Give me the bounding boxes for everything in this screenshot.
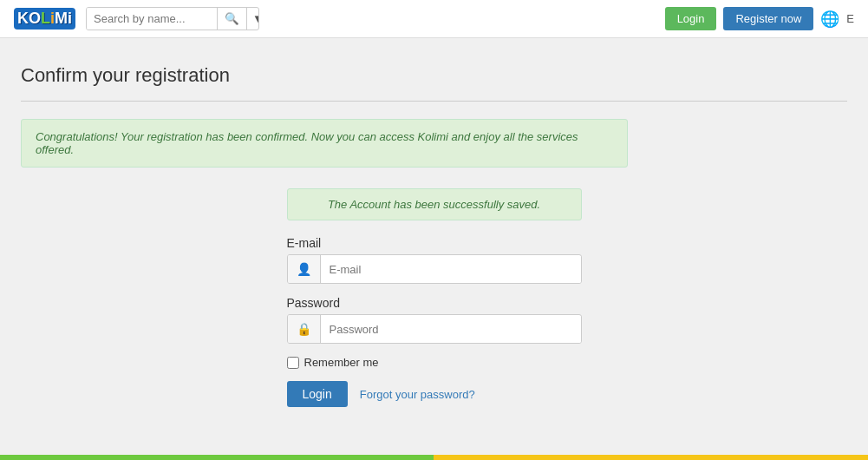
- logo-m: M: [55, 10, 68, 28]
- form-area: The Account has been successfully saved.…: [21, 188, 847, 407]
- success-banner: Congratulations! Your registration has b…: [21, 119, 628, 168]
- logo-i: i: [50, 10, 55, 28]
- forgot-password-link[interactable]: Forgot your password?: [360, 388, 475, 401]
- search-dropdown-button[interactable]: ▼: [246, 8, 259, 30]
- lock-icon: 🔒: [288, 315, 321, 343]
- bottom-bar: [0, 455, 868, 460]
- logo[interactable]: K O L i M i: [14, 8, 75, 30]
- form-login-button[interactable]: Login: [287, 381, 348, 407]
- remember-label: Remember me: [304, 356, 379, 369]
- remember-checkbox[interactable]: [287, 357, 299, 369]
- login-form: E-mail 👤 Password 🔒 Remember me Login Fo…: [287, 236, 582, 407]
- search-input[interactable]: [87, 8, 217, 30]
- password-label: Password: [287, 296, 582, 310]
- password-input-group: 🔒: [287, 314, 582, 344]
- page-title: Confirm your registration: [21, 64, 847, 87]
- form-actions: Login Forgot your password?: [287, 381, 582, 407]
- divider: [21, 101, 847, 102]
- language-label[interactable]: E: [846, 12, 854, 25]
- user-icon: 👤: [288, 255, 321, 283]
- header-register-button[interactable]: Register now: [723, 7, 813, 30]
- email-label: E-mail: [287, 236, 582, 250]
- logo-l: L: [41, 10, 50, 28]
- remember-row: Remember me: [287, 356, 582, 369]
- password-field[interactable]: [321, 316, 581, 343]
- logo-i2: i: [68, 10, 72, 28]
- header-actions: Login Register now 🌐 E: [665, 7, 854, 30]
- header: K O L i M i 🔍 ▼ Login Register now 🌐 E: [0, 0, 868, 38]
- account-saved-message: The Account has been successfully saved.: [287, 188, 582, 220]
- email-field[interactable]: [321, 256, 581, 283]
- main-content: Confirm your registration Congratulation…: [0, 38, 868, 424]
- logo-k: K: [17, 10, 29, 28]
- search-button[interactable]: 🔍: [217, 8, 246, 30]
- search-container: 🔍 ▼: [86, 7, 259, 30]
- email-input-group: 👤: [287, 254, 582, 284]
- logo-o: O: [29, 10, 41, 28]
- header-login-button[interactable]: Login: [665, 7, 717, 30]
- globe-icon[interactable]: 🌐: [820, 10, 839, 29]
